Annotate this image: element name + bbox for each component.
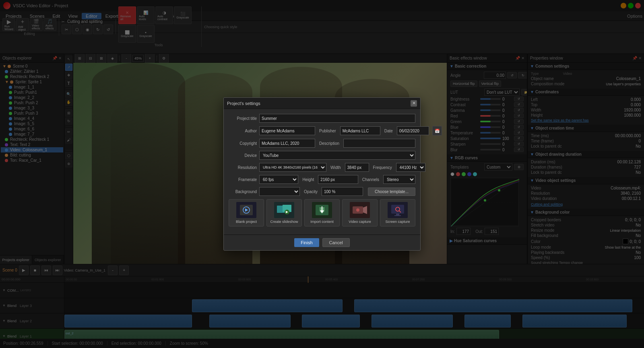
description-input[interactable] (343, 139, 415, 148)
create-slideshow-label: Create slideshow (270, 220, 298, 224)
device-select[interactable]: YouTube (259, 151, 415, 160)
screen-capture-icon (388, 202, 408, 218)
template-grid: Blank project Create slideshow Import co… (229, 199, 415, 227)
cancel-button[interactable]: Cancel (322, 238, 350, 247)
dialog-close-btn[interactable]: ✕ (411, 100, 417, 107)
author-row: Author Publisher Date 📅 (229, 126, 415, 136)
framerate-select[interactable]: 60 fps (259, 175, 298, 184)
date-picker-btn[interactable]: 📅 (432, 126, 442, 136)
copyright-label: Copyright (229, 141, 257, 146)
device-row: Device YouTube (229, 151, 415, 160)
svg-rect-21 (391, 205, 404, 214)
blank-project-label: Blank project (236, 220, 257, 224)
video-capture-icon (350, 202, 370, 218)
svg-rect-22 (396, 214, 399, 215)
width-label: Width (330, 165, 341, 170)
opacity-input[interactable] (322, 187, 363, 196)
project-title-label: Project title (229, 116, 257, 121)
video-capture-label: Video capture (349, 220, 371, 224)
frequency-label: Frequency (373, 165, 392, 170)
project-dialog: Project's settings ✕ Project title Autho… (223, 97, 421, 251)
choose-template-btn[interactable]: Choose template... (368, 187, 415, 196)
framerate-label: Framerate (229, 177, 257, 182)
video-capture-template[interactable]: Video capture (342, 199, 378, 227)
svg-point-20 (356, 208, 359, 212)
create-slideshow-icon (274, 202, 294, 218)
screen-capture-template[interactable]: Screen capture (380, 199, 415, 227)
device-label: Device (229, 153, 257, 158)
publisher-label: Publisher (319, 129, 336, 133)
date-input[interactable] (397, 126, 429, 135)
project-title-input[interactable] (259, 114, 415, 123)
dialog-title: Project's settings (227, 101, 260, 106)
import-content-icon (312, 202, 332, 218)
opacity-label: Opacity (304, 189, 318, 194)
copyright-row: Copyright Description (229, 139, 415, 148)
background-row: Background Opacity Choose template... (229, 187, 415, 196)
svg-marker-19 (363, 206, 367, 214)
create-slideshow-template[interactable]: Create slideshow (266, 199, 302, 227)
resolution-row: Resolution Ultra HD 4K 3840x2160 pixels … (229, 163, 415, 172)
screen-capture-label: Screen capture (385, 220, 410, 224)
publisher-input[interactable] (340, 126, 380, 135)
framerate-row: Framerate 60 fps Height Channels Stereo (229, 175, 415, 184)
svg-rect-23 (394, 215, 401, 216)
dialog-body: Project title Author Publisher Date 📅 Co… (224, 109, 420, 235)
import-content-template[interactable]: Import content (304, 199, 340, 227)
background-select[interactable] (259, 187, 300, 196)
channels-label: Channels (362, 177, 379, 182)
background-label: Background (229, 189, 257, 194)
resolution-select[interactable]: Ultra HD 4K 3840x2160 pixels (16 (259, 163, 326, 172)
description-label: Description (319, 141, 339, 146)
width-input[interactable] (345, 163, 369, 172)
height-label-dlg: Height (302, 177, 314, 182)
project-title-row: Project title (229, 114, 415, 123)
blank-project-icon (236, 202, 256, 218)
dialog-footer: Finish Cancel (224, 235, 420, 250)
modal-overlay: Project's settings ✕ Project title Autho… (0, 0, 644, 348)
author-input[interactable] (259, 126, 315, 135)
copyright-input[interactable] (259, 139, 315, 148)
resolution-label: Resolution (229, 165, 257, 170)
height-input[interactable] (318, 175, 358, 184)
frequency-select[interactable]: 44100 Hz (396, 163, 425, 172)
date-label: Date (384, 129, 393, 133)
author-label: Author (229, 129, 257, 133)
finish-button[interactable]: Finish (294, 238, 319, 247)
blank-project-template[interactable]: Blank project (229, 199, 264, 227)
dialog-titlebar: Project's settings ✕ (224, 98, 420, 109)
import-content-label: Import content (310, 220, 334, 224)
channels-select[interactable]: Stereo (383, 175, 415, 184)
